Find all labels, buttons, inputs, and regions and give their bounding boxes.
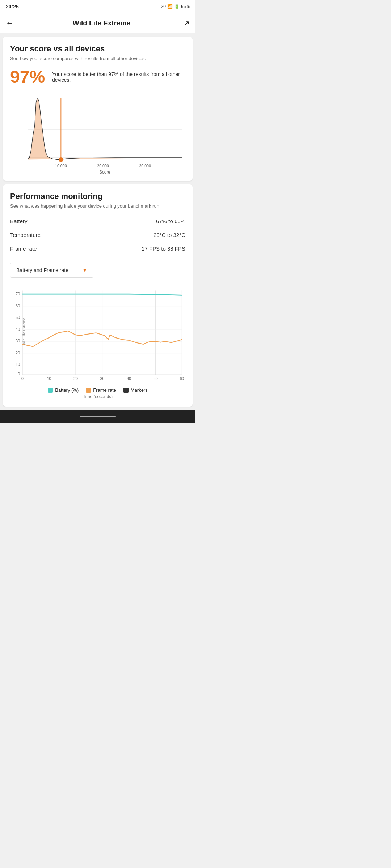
status-time: 20:25: [6, 4, 19, 9]
score-section-title: Your score vs all devices: [10, 44, 185, 54]
page-title: Wild Life Extreme: [20, 19, 184, 27]
svg-text:40: 40: [16, 327, 20, 332]
svg-text:0: 0: [21, 376, 24, 381]
svg-text:30: 30: [16, 339, 20, 344]
perf-row-temperature: Temperature 29°C to 32°C: [10, 228, 185, 242]
perf-value-battery: 67% to 66%: [156, 218, 185, 224]
perf-metrics-table: Battery 67% to 66% Temperature 29°C to 3…: [10, 214, 185, 255]
hz-icon: 120: [159, 4, 166, 9]
svg-text:Score: Score: [99, 169, 110, 174]
svg-text:30 000: 30 000: [139, 164, 151, 169]
svg-text:20: 20: [73, 376, 78, 381]
perf-label-battery: Battery: [10, 218, 28, 224]
distribution-chart: 10 000 20 000 30 000 Score: [10, 94, 185, 174]
perf-row-battery: Battery 67% to 66%: [10, 214, 185, 228]
legend-battery-label: Battery (%): [55, 387, 79, 393]
svg-text:20: 20: [16, 350, 20, 355]
score-card: Your score vs all devices See how your s…: [3, 37, 193, 181]
legend-framerate-color: [86, 388, 91, 393]
perf-row-framerate: Frame rate 17 FPS to 38 FPS: [10, 242, 185, 255]
back-button[interactable]: ←: [6, 18, 14, 28]
perf-subtitle: See what was happening inside your devic…: [10, 203, 185, 209]
perf-label-framerate: Frame rate: [10, 246, 37, 252]
performance-card: Performance monitoring See what was happ…: [3, 184, 193, 407]
legend-markers: Markers: [123, 387, 148, 393]
legend-battery-color: [48, 388, 53, 393]
status-bar: 20:25 120 📶 🔋 66%: [0, 0, 196, 13]
svg-text:20 000: 20 000: [97, 164, 109, 169]
score-description: Your score is better than 97% of the res…: [52, 71, 185, 83]
svg-text:30: 30: [100, 376, 105, 381]
score-row: 97% Your score is better than 97% of the…: [10, 67, 185, 87]
legend-framerate-label: Frame rate: [93, 387, 116, 393]
svg-text:10: 10: [16, 362, 20, 367]
home-indicator: [80, 416, 116, 417]
perf-value-temperature: 29°C to 32°C: [154, 232, 185, 238]
dropdown-underline: [10, 281, 93, 281]
svg-text:0: 0: [18, 372, 20, 376]
perf-title: Performance monitoring: [10, 192, 185, 201]
legend-markers-color: [123, 388, 129, 393]
battery-pct: 66%: [181, 4, 190, 9]
chart-legend: Battery (%) Frame rate Markers: [10, 387, 185, 393]
svg-text:Wild Life Extreme: Wild Life Extreme: [22, 318, 25, 345]
perf-value-framerate: 17 FPS to 38 FPS: [142, 246, 185, 252]
svg-text:60: 60: [180, 376, 184, 381]
svg-text:50: 50: [16, 315, 20, 320]
svg-point-6: [59, 157, 63, 162]
legend-markers-label: Markers: [131, 387, 148, 393]
dropdown-arrow-icon: ▼: [82, 267, 87, 273]
line-chart: 70 60 50 40 30 20 10 0: [10, 289, 185, 384]
legend-framerate: Frame rate: [86, 387, 116, 393]
svg-text:50: 50: [154, 376, 158, 381]
nav-bar: [0, 410, 196, 423]
score-percentage: 97%: [10, 67, 45, 87]
chart-type-dropdown[interactable]: Battery and Frame rate ▼: [10, 263, 93, 278]
svg-text:10: 10: [47, 376, 51, 381]
svg-text:10 000: 10 000: [55, 164, 67, 169]
svg-text:40: 40: [127, 376, 131, 381]
battery-icon: 🔋: [174, 4, 180, 9]
dropdown-label: Battery and Frame rate: [16, 267, 68, 273]
score-section-subtitle: See how your score compares with results…: [10, 56, 185, 61]
wifi-icon: 📶: [167, 4, 173, 9]
status-right: 120 📶 🔋 66%: [159, 4, 190, 9]
perf-label-temperature: Temperature: [10, 232, 41, 238]
x-axis-label: Time (seconds): [10, 394, 185, 399]
share-button[interactable]: ↗: [184, 19, 190, 27]
svg-text:60: 60: [16, 303, 20, 308]
legend-battery: Battery (%): [48, 387, 79, 393]
svg-text:70: 70: [16, 292, 20, 297]
top-bar: ← Wild Life Extreme ↗: [0, 13, 196, 33]
